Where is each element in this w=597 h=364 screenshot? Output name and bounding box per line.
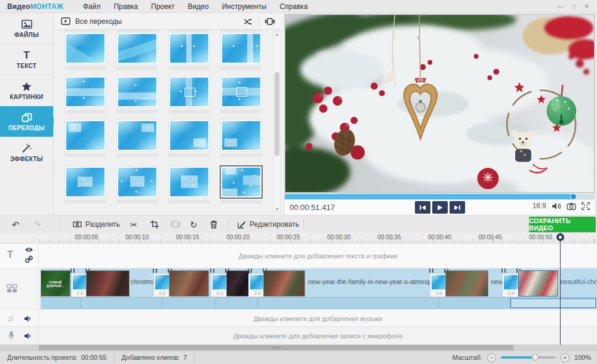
plus-mark: + (249, 183, 252, 188)
menu-bar: ФайлПравкаПроектВидеоИнструментыСправка (76, 0, 315, 13)
video-clip-green[interactable]: САМЫЙ ДОБРЫЙ… (41, 270, 70, 297)
menu-item-3[interactable]: Видео (181, 0, 216, 13)
duration-value: 00:00:55 (81, 354, 107, 361)
snapshot-camera-icon[interactable] (567, 202, 576, 210)
playhead-line[interactable] (560, 233, 561, 345)
menu-item-1[interactable]: Правка (107, 0, 144, 13)
visibility-eye-icon[interactable] (24, 246, 33, 253)
sidebar-item-label: ПЕРЕХОДЫ (8, 125, 45, 131)
redo-button[interactable]: ↷ (33, 215, 41, 233)
next-frame-button[interactable] (450, 201, 465, 214)
music-mute-icon[interactable] (24, 315, 32, 322)
video-clip-santa[interactable] (169, 270, 209, 297)
scroll-down-icon[interactable]: ▼ (274, 207, 280, 211)
transition-thumbnail-band-h[interactable]: ++ (64, 76, 106, 113)
zoom-slider[interactable] (501, 356, 556, 359)
transitions-filter[interactable]: Все переходы (54, 13, 284, 30)
header-divider (259, 17, 259, 26)
transition-thumbnail-box-c-rot[interactable]: ++ (64, 166, 106, 203)
music-track[interactable]: Дважды кликните для добавления музыки ♫ (0, 310, 597, 327)
plus-mark: + (253, 173, 256, 178)
video-clip-dark[interactable] (226, 270, 250, 297)
menu-item-4[interactable]: Инструменты (216, 0, 273, 13)
menu-item-0[interactable]: Файл (76, 0, 107, 13)
scrollbar-thumb[interactable] (275, 72, 279, 156)
app-window: ВидеоМОНТАЖ ФайлПравкаПроектВидеоИнструм… (0, 0, 597, 364)
scroll-up-icon[interactable]: ▲ (274, 32, 280, 36)
split-button[interactable]: Разделить (73, 215, 120, 233)
transition-thumbnail-box-br[interactable]: + (168, 119, 210, 157)
transition-thumbnail-box-tl[interactable]: + (64, 119, 106, 157)
cut-button[interactable]: ✂ (130, 215, 138, 233)
transition-thumbnail-wipe-diag[interactable] (64, 32, 106, 70)
sidebar-item-pictures[interactable]: КАРТИНКИ (0, 75, 53, 106)
ruler-label: 00:00:15 (176, 234, 199, 240)
transition-thumbnail-band-h-box[interactable]: ++ (220, 76, 262, 113)
close-button[interactable]: ✕ (580, 0, 593, 13)
plus-mark: + (120, 178, 123, 184)
thumbnail-caption-strip (116, 200, 158, 203)
sidebar-item-files[interactable]: ФАЙЛЫ (0, 13, 53, 44)
video-clip-family2[interactable] (445, 270, 488, 297)
rotate-button[interactable]: ↻ (190, 215, 198, 233)
zoom-in-button[interactable]: + (561, 353, 570, 362)
delete-button[interactable] (210, 215, 217, 233)
video-track[interactable]: САМЫЙ ДОБРЫЙ…2.0christma2.02.22.0new-yea… (0, 269, 597, 310)
thumbnail-overlay: ++ (222, 34, 260, 63)
menu-item-2[interactable]: Проект (144, 0, 181, 13)
transition-thumbnail-bar-v2[interactable]: ++ (220, 32, 262, 70)
video-clip-family[interactable] (263, 270, 305, 297)
sidebar-item-label: ТЕКСТ (17, 63, 36, 69)
minimize-button[interactable]: — (554, 0, 567, 13)
text-track[interactable]: Дважды кликните для добавления текста и … (0, 243, 597, 269)
thumbnail-overlay: ++ (170, 78, 208, 106)
transitions-scrollbar[interactable]: ▲ ▼ (273, 31, 281, 212)
carousel-view-button[interactable] (264, 17, 275, 26)
menu-item-5[interactable]: Справка (273, 0, 314, 13)
undo-button[interactable]: ↶ (12, 215, 20, 233)
transition-thumbnail-box-bl[interactable]: + (220, 119, 262, 157)
preview-seekbar[interactable] (285, 194, 595, 199)
shuffle-button[interactable] (244, 18, 253, 26)
sidebar-item-effects[interactable]: ЭФФЕКТЫ (0, 137, 53, 168)
mic-mute-icon[interactable] (24, 332, 32, 340)
sidebar-item-text[interactable]: TТЕКСТ (0, 44, 53, 75)
sidebar-item-transitions[interactable]: ПЕРЕХОДЫ (0, 106, 53, 137)
transition-thumbnail-box-c-out[interactable]: ++++ (116, 166, 158, 203)
save-video-button[interactable]: СОХРАНИТЬ ВИДЕО (529, 217, 596, 232)
transition-thumbnail-bar-v[interactable]: ++ (168, 32, 210, 70)
transition-thumbnail-box-c-in[interactable]: ++++ (168, 166, 210, 203)
timeline-ruler[interactable]: 00:00:0500:00:1000:00:1500:00:2000:00:25… (0, 233, 597, 243)
timeline-scrollbar[interactable] (0, 345, 597, 350)
aspect-ratio-label[interactable]: 16:9 (533, 202, 546, 210)
zoom-out-button[interactable]: − (487, 353, 496, 362)
maximize-button[interactable]: □ (567, 0, 580, 13)
frame-button[interactable] (171, 215, 180, 233)
transition-thumbnail-band-h2[interactable]: ++ (116, 76, 158, 113)
fullscreen-icon[interactable] (581, 202, 590, 210)
previous-frame-button[interactable] (415, 201, 430, 214)
play-button[interactable] (432, 201, 448, 214)
zoom-slider-handle[interactable] (532, 354, 538, 360)
transition-thumbnail-mosaic[interactable]: +++++++ (220, 166, 262, 203)
transition-thumbnail-wipe-diag2[interactable] (116, 32, 158, 70)
transitions-grid: +++++++++++++++++++++++++++++++++ (54, 30, 276, 215)
volume-icon[interactable] (552, 202, 561, 210)
thumbnail-overlay (118, 34, 156, 63)
zoom-label: Масштаб: (453, 354, 482, 361)
seekbar-progress (285, 194, 573, 199)
link-icon[interactable] (25, 255, 33, 263)
edit-clip-button[interactable]: Редактировать (238, 215, 299, 233)
sidebar: ФАЙЛЫTТЕКСТКАРТИНКИПЕРЕХОДЫЭФФЕКТЫ (0, 13, 54, 215)
microphone-track[interactable]: Дважды кликните для добавления записи с … (0, 327, 597, 345)
video-clip-floral[interactable] (518, 270, 558, 297)
timeline-scrollbar-thumb[interactable] (39, 345, 513, 350)
transition-duration: 2.0 (154, 290, 171, 297)
mic-track-hint: Дважды кликните для добавления записи с … (39, 327, 597, 344)
transition-thumbnail-band-v-box[interactable]: ++ (168, 76, 210, 113)
music-note-icon: ♫ (7, 313, 14, 323)
playhead-handle[interactable] (556, 233, 564, 241)
video-clip-dancers[interactable] (86, 270, 130, 297)
crop-button[interactable] (150, 215, 159, 233)
transition-thumbnail-box-tr[interactable]: + (116, 119, 158, 157)
